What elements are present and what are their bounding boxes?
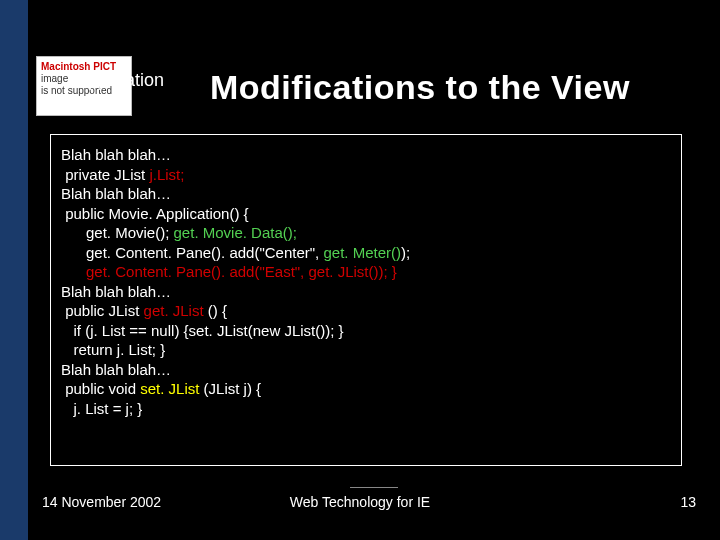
accent-strip — [0, 0, 28, 540]
footer-center: Web Technology for IE — [0, 494, 720, 510]
code-line: return j. List; } — [61, 340, 671, 360]
code-box: Blah blah blah… private JList j.List; Bl… — [50, 134, 682, 466]
code-line: Blah blah blah… — [61, 360, 671, 380]
footer-page: 13 — [680, 494, 696, 510]
code-line: get. Content. Pane(). add("East", get. J… — [61, 262, 671, 282]
code-line: get. Content. Pane(). add("Center", get.… — [61, 243, 671, 263]
slide: Macintosh PICT image is not supported Ap… — [0, 0, 720, 540]
code-line: j. List = j; } — [61, 399, 671, 419]
code-line: Blah blah blah… — [61, 145, 671, 165]
code-line: public void set. JList (JList j) { — [61, 379, 671, 399]
code-line: public JList get. JList () { — [61, 301, 671, 321]
code-line: if (j. List == null) {set. JList(new JLi… — [61, 321, 671, 341]
code-line: private JList j.List; — [61, 165, 671, 185]
code-line: get. Movie(); get. Movie. Data(); — [61, 223, 671, 243]
code-line: Blah blah blah… — [61, 184, 671, 204]
code-line: Blah blah blah… — [61, 282, 671, 302]
slide-title: Modifications to the View — [210, 68, 630, 107]
app-label: Application — [76, 70, 164, 91]
code-line: public Movie. Application() { — [61, 204, 671, 224]
footer-rule — [40, 487, 680, 488]
